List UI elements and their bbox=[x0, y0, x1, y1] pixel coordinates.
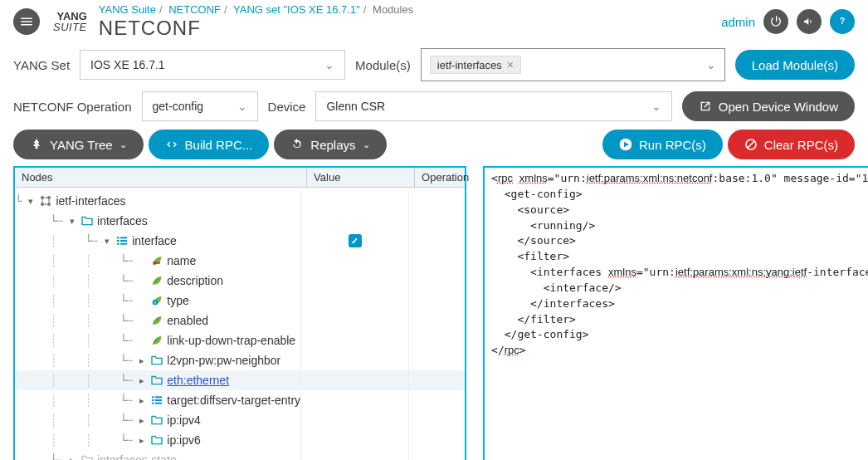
device-select[interactable]: Glenn CSR ⌄ bbox=[315, 91, 671, 121]
toggle-icon[interactable]: ▸ bbox=[137, 435, 147, 446]
folderO-icon bbox=[150, 374, 163, 387]
run-rpc-button[interactable]: Run RPC(s) bbox=[602, 130, 723, 159]
chevron-down-icon: ⌄ bbox=[363, 139, 370, 150]
tree-label: type bbox=[167, 294, 188, 307]
refresh-icon bbox=[290, 138, 304, 151]
tree-row[interactable]: ┊ ┊ └┄ enabled bbox=[15, 311, 465, 330]
tree-label: interfaces bbox=[97, 214, 148, 228]
breadcrumb-item[interactable]: NETCONF bbox=[168, 3, 221, 16]
tree-label: description bbox=[167, 274, 223, 287]
modules-label: Module(s) bbox=[355, 58, 411, 72]
open-device-window-button[interactable]: Open Device Window bbox=[682, 91, 855, 121]
tree-row[interactable]: ┊ ┊ └┄▸ l2vpn-pw:pw-neighbor bbox=[15, 350, 465, 370]
svg-rect-10 bbox=[117, 240, 119, 242]
module-chip[interactable]: ietf-interfaces × bbox=[430, 56, 521, 74]
svg-line-3 bbox=[748, 141, 754, 148]
svg-rect-9 bbox=[120, 237, 127, 238]
checkbox-checked[interactable] bbox=[349, 234, 362, 247]
tree-row[interactable]: ┊ ┊ └┄▸ eth:ethernet bbox=[15, 370, 465, 390]
chip-remove-icon[interactable]: × bbox=[507, 58, 514, 71]
tree-header: Nodes Value Operation bbox=[15, 168, 465, 188]
toggle-icon[interactable]: ▸ bbox=[137, 355, 147, 366]
svg-rect-22 bbox=[152, 403, 154, 404]
toggle-icon[interactable]: ▾ bbox=[67, 216, 77, 227]
leaf-icon bbox=[150, 274, 163, 287]
tree-row[interactable]: ┊ ┊ └┄ name bbox=[15, 251, 465, 271]
tree-label: name bbox=[167, 254, 196, 267]
build-rpc-button[interactable]: Build RPC... bbox=[149, 130, 270, 159]
external-window-icon bbox=[699, 100, 712, 113]
list-icon bbox=[115, 234, 129, 247]
breadcrumb-item[interactable]: YANG Suite bbox=[99, 3, 156, 16]
folderO-icon bbox=[150, 433, 163, 447]
device-label: Device bbox=[268, 100, 306, 114]
help-button[interactable]: ? bbox=[830, 9, 855, 34]
yang-tree-button[interactable]: YANG Tree ⌄ bbox=[13, 130, 144, 159]
toggle-icon[interactable]: ▾ bbox=[102, 236, 112, 247]
tree-label: target:diffserv-target-entry bbox=[167, 394, 300, 407]
svg-rect-18 bbox=[152, 396, 154, 398]
help-icon: ? bbox=[836, 15, 849, 28]
svg-rect-8 bbox=[117, 237, 119, 238]
col-operation[interactable]: Operation bbox=[415, 168, 465, 187]
toggle-icon[interactable]: ▾ bbox=[26, 196, 36, 207]
tree-row[interactable]: ┊ ┊ └┄▸ ip:ipv6 bbox=[15, 430, 465, 450]
yang-set-select[interactable]: IOS XE 16.7.1 ⌄ bbox=[80, 50, 345, 80]
tree-row[interactable]: └┄▸ interfaces-state bbox=[15, 450, 465, 460]
tree-row[interactable]: ┊ ┊ └┄ link-up-down-trap-enable bbox=[15, 330, 465, 350]
breadcrumb: YANG Suite/ NETCONF/ YANG set "IOS XE 16… bbox=[99, 3, 413, 16]
tree-row[interactable]: ┊ └┄▾ interface bbox=[15, 231, 465, 251]
toggle-icon[interactable]: ▸ bbox=[67, 455, 77, 461]
tree-panel: Nodes Value Operation └▾ ietf-interfaces… bbox=[13, 166, 466, 460]
power-icon bbox=[769, 15, 783, 28]
chevron-down-icon: ⌄ bbox=[237, 100, 247, 113]
clear-rpc-button[interactable]: Clear RPC(s) bbox=[728, 130, 855, 159]
hamburger-icon bbox=[19, 14, 34, 29]
tree-label[interactable]: eth:ethernet bbox=[167, 374, 229, 387]
modules-input[interactable]: ietf-interfaces × ⌄ bbox=[421, 48, 725, 81]
folderO-icon bbox=[150, 354, 163, 367]
page-title: NETCONF bbox=[99, 17, 413, 40]
toggle-icon[interactable]: ▸ bbox=[137, 375, 147, 386]
toggle-icon[interactable]: ▸ bbox=[137, 395, 147, 406]
replays-button[interactable]: Replays ⌄ bbox=[274, 130, 386, 159]
prohibit-icon bbox=[744, 138, 758, 151]
tree-label: enabled bbox=[167, 314, 208, 327]
tree-row[interactable]: ┊ ┊ └┄▸ ip:ipv4 bbox=[15, 410, 465, 430]
svg-rect-13 bbox=[120, 243, 127, 245]
key-icon bbox=[150, 254, 163, 267]
svg-rect-11 bbox=[120, 240, 127, 242]
tree-label: ip:ipv6 bbox=[167, 433, 200, 447]
col-nodes[interactable]: Nodes bbox=[15, 168, 307, 187]
rpc-panel: <rpc xmlns="urn:ietf:params:xml:ns:netco… bbox=[483, 166, 868, 460]
tree-label: interfaces-state bbox=[97, 453, 177, 460]
tree-row[interactable]: └┄▾ interfaces bbox=[15, 211, 465, 231]
chevron-down-icon: ⌄ bbox=[324, 58, 334, 71]
tree-row[interactable]: └▾ ietf-interfaces bbox=[15, 191, 465, 211]
netconf-op-label: NETCONF Operation bbox=[13, 100, 132, 114]
folderO-icon bbox=[150, 414, 163, 427]
menu-button[interactable] bbox=[13, 8, 40, 35]
chevron-down-icon: ⌄ bbox=[119, 139, 127, 150]
code-icon bbox=[165, 138, 178, 151]
tree-row[interactable]: ┊ ┊ └┄ description bbox=[15, 271, 465, 291]
module-icon bbox=[39, 194, 52, 208]
logout-button[interactable] bbox=[763, 9, 788, 34]
admin-link[interactable]: admin bbox=[721, 15, 755, 29]
toggle-icon[interactable]: ▸ bbox=[137, 415, 147, 426]
netconf-op-select[interactable]: get-config ⌄ bbox=[142, 91, 258, 121]
tree-label: l2vpn-pw:pw-neighbor bbox=[167, 354, 280, 367]
play-icon bbox=[619, 138, 632, 151]
rpc-xml-content[interactable]: <rpc xmlns="urn:ietf:params:xml:ns:netco… bbox=[485, 168, 868, 362]
col-value[interactable]: Value bbox=[307, 168, 415, 187]
announce-button[interactable] bbox=[797, 9, 822, 34]
tree-row[interactable]: ┊ ┊ └┄▸ target:diffserv-target-entry bbox=[15, 390, 465, 410]
tree-label: ietf-interfaces bbox=[56, 194, 125, 208]
chevron-down-icon: ⌄ bbox=[706, 58, 716, 71]
load-modules-button[interactable]: Load Module(s) bbox=[735, 50, 855, 80]
breadcrumb-item[interactable]: YANG set "IOS XE 16.7.1" bbox=[233, 3, 360, 16]
folderO-icon bbox=[80, 214, 94, 228]
svg-rect-20 bbox=[152, 399, 154, 401]
svg-text:?: ? bbox=[840, 17, 845, 26]
tree-row[interactable]: ┊ ┊ └┄i type bbox=[15, 291, 465, 311]
